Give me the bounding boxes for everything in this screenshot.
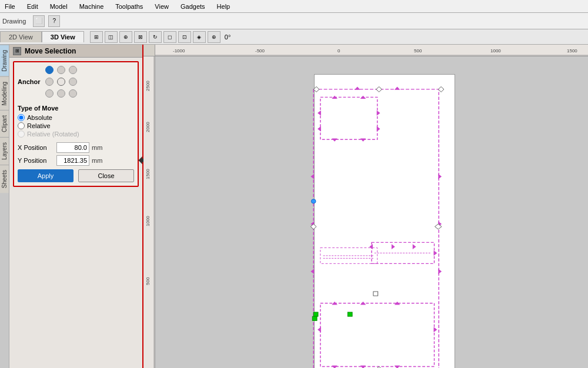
- view-icon-7[interactable]: ◈: [193, 31, 206, 43]
- svg-marker-22: [360, 138, 366, 141]
- button-row: Apply Close: [18, 169, 134, 182]
- svg-text:0: 0: [338, 48, 340, 53]
- svg-marker-56: [369, 244, 373, 249]
- menu-edit[interactable]: Edit: [25, 2, 41, 11]
- view-icon-pan[interactable]: ⊠: [134, 31, 147, 43]
- radio-relative-rotated[interactable]: Relative (Rotated): [18, 131, 134, 138]
- tab-2d-view[interactable]: 2D View: [0, 31, 42, 42]
- svg-marker-29: [310, 269, 314, 274]
- apply-button[interactable]: Apply: [18, 169, 74, 182]
- anchor-dot-mr[interactable]: [69, 78, 77, 86]
- radio-relative-rotated-input[interactable]: [18, 131, 25, 138]
- menu-model[interactable]: Model: [48, 2, 70, 11]
- side-tab-layers[interactable]: Layers: [0, 137, 9, 165]
- type-of-move-label: Type of Move: [18, 105, 134, 112]
- y-position-unit: mm: [92, 157, 103, 164]
- radio-absolute[interactable]: Absolute: [18, 114, 134, 121]
- toolbar: Drawing ⬜ ?: [0, 13, 588, 29]
- toolbar-label: Drawing: [2, 18, 26, 25]
- panel-header-bar: ⊞ Move Selection: [9, 45, 142, 58]
- svg-marker-57: [392, 244, 395, 249]
- view-icon-zoom[interactable]: ⊕: [119, 31, 132, 43]
- radio-absolute-input[interactable]: [18, 114, 25, 121]
- svg-text:1500: 1500: [567, 48, 577, 53]
- y-position-input[interactable]: [56, 155, 89, 166]
- panel-area: ⊞ Move Selection Anchor: [9, 45, 143, 368]
- menu-gadgets[interactable]: Gadgets: [178, 2, 208, 11]
- radio-absolute-label: Absolute: [27, 114, 52, 121]
- tab-3d-view[interactable]: 3D View: [42, 31, 84, 42]
- svg-marker-43: [310, 224, 316, 229]
- panel-header-title: Move Selection: [25, 47, 76, 55]
- toolbar-icon-2[interactable]: ?: [48, 15, 60, 27]
- ruler-corner: [143, 45, 155, 56]
- svg-marker-58: [413, 244, 416, 249]
- anchor-dot-tl[interactable]: [45, 66, 54, 74]
- svg-rect-15: [320, 97, 377, 139]
- close-button[interactable]: Close: [78, 169, 134, 182]
- anchor-dot-tr[interactable]: [69, 66, 77, 74]
- svg-marker-54: [318, 327, 321, 332]
- svg-rect-14: [313, 89, 439, 368]
- svg-rect-38: [348, 312, 352, 316]
- side-tab-sheets[interactable]: Sheets: [0, 165, 9, 193]
- radio-relative-label: Relative: [27, 122, 51, 129]
- anchor-dot-br[interactable]: [69, 89, 77, 98]
- menu-file[interactable]: File: [2, 2, 18, 11]
- svg-text:1000: 1000: [490, 48, 501, 53]
- anchor-dot-bl[interactable]: [45, 89, 54, 98]
- svg-marker-33: [355, 86, 360, 89]
- main-area: Drawing Modeling Clipart Layers Sheets ⊞…: [0, 45, 588, 368]
- side-tab-drawing[interactable]: Drawing: [0, 45, 9, 76]
- anchor-dot-ml[interactable]: [45, 78, 54, 86]
- radio-relative-input[interactable]: [18, 122, 25, 129]
- svg-marker-23: [318, 111, 321, 116]
- svg-text:2500: 2500: [145, 81, 151, 91]
- canvas-area[interactable]: -1000 -500 0 500 1000 1500 2000 2500 200…: [143, 45, 588, 368]
- anchor-dot-center[interactable]: [57, 78, 65, 86]
- anchor-dot-tm[interactable]: [57, 66, 65, 74]
- ruler-h-svg: -1000 -500 0 500 1000 1500 2000: [155, 45, 588, 56]
- svg-marker-59: [434, 250, 437, 256]
- panel-header-icon: ⊞: [13, 47, 21, 55]
- menu-view[interactable]: View: [152, 2, 171, 11]
- svg-marker-34: [395, 86, 400, 89]
- side-tab-modeling[interactable]: Modeling: [0, 76, 9, 111]
- svg-rect-37: [313, 312, 318, 316]
- svg-text:2000: 2000: [145, 122, 151, 132]
- view-icon-8[interactable]: ⊕: [208, 31, 220, 43]
- radio-relative-rotated-label: Relative (Rotated): [27, 131, 79, 138]
- toolbar-icon-1[interactable]: ⬜: [33, 15, 45, 27]
- anchor-grid: [45, 66, 79, 100]
- ruler-vertical: 2500 2000 1500 1000 500: [143, 56, 155, 368]
- drawing-svg: [155, 68, 588, 368]
- side-tab-clipart[interactable]: Clipart: [0, 110, 9, 137]
- view-icon-ortho[interactable]: ◫: [105, 31, 118, 43]
- svg-marker-49: [360, 302, 366, 305]
- radio-relative[interactable]: Relative: [18, 122, 134, 129]
- svg-text:500: 500: [145, 277, 151, 285]
- view-tabs-row: 2D View 3D View ⊞ ◫ ⊕ ⊠ ↻ ◻ ⊡ ◈ ⊕ 0°: [0, 29, 588, 45]
- anchor-dot-bm[interactable]: [57, 89, 65, 98]
- menu-toolpaths[interactable]: Toolpaths: [113, 2, 145, 11]
- svg-marker-21: [332, 138, 338, 141]
- svg-marker-44: [435, 224, 442, 229]
- x-position-input[interactable]: [56, 142, 89, 153]
- y-position-label: Y Position: [18, 157, 54, 164]
- view-icon-grid[interactable]: ⊞: [90, 31, 103, 43]
- side-tabs: Drawing Modeling Clipart Layers Sheets: [0, 45, 9, 368]
- menu-help[interactable]: Help: [215, 2, 233, 11]
- svg-text:-1000: -1000: [173, 48, 185, 53]
- svg-text:1000: 1000: [145, 216, 151, 226]
- svg-rect-18: [320, 303, 435, 367]
- ruler-v-svg: 2500 2000 1500 1000 500: [143, 56, 155, 368]
- svg-marker-20: [360, 96, 366, 99]
- view-icon-5[interactable]: ◻: [163, 31, 176, 43]
- view-icon-6[interactable]: ⊡: [178, 31, 191, 43]
- x-position-label: X Position: [18, 144, 54, 151]
- svg-marker-27: [310, 174, 314, 179]
- svg-marker-25: [377, 111, 380, 116]
- view-icon-rotate[interactable]: ↻: [149, 31, 162, 43]
- menu-machine[interactable]: Machine: [77, 2, 106, 11]
- svg-marker-41: [438, 86, 444, 92]
